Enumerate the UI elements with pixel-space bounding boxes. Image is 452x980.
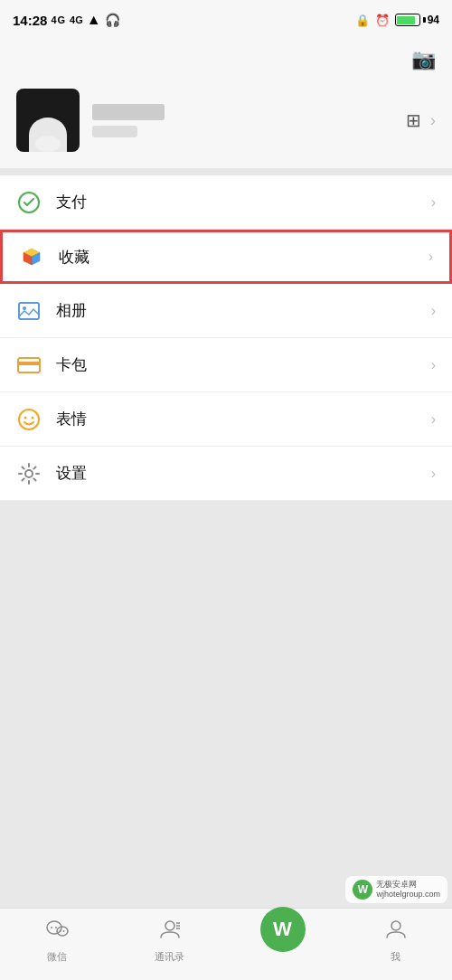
battery-percent: 94 [428,14,439,26]
profile-chevron: › [430,111,436,130]
album-icon [16,298,42,324]
lock-icon: 🔒 [355,14,370,27]
wechat-nav-label: 微信 [47,950,67,964]
bottom-nav: 微信 通讯录 W 我 [0,908,452,980]
emoji-label: 表情 [56,409,87,429]
menu-item-emoji-left: 表情 [16,407,87,432]
menu-item-album-left: 相册 [16,298,87,324]
status-bar: 14:28 4G 4G ▲ 🎧 🔒 ⏰ 94 [0,0,452,40]
menu-list: 支付 › 收藏 › [0,175,452,501]
bluetooth-icon: 🎧 [105,13,120,27]
profile-section[interactable]: ⊞ › [0,80,452,168]
svg-point-16 [59,930,61,932]
watermark-line1: 无极安卓网 [376,880,440,890]
section-divider [0,168,452,175]
svg-point-14 [51,927,52,928]
card-chevron: › [431,357,436,373]
me-nav-label: 我 [391,950,400,964]
menu-item-settings[interactable]: 设置 › [0,447,452,501]
menu-item-collect-left: 收藏 [19,244,89,269]
emoji-icon [16,407,42,432]
svg-point-11 [25,470,33,477]
me-nav-icon [384,918,408,947]
time-display: 14:28 [13,13,47,28]
menu-item-card-left: 卡包 [16,353,87,378]
nav-item-discover[interactable]: W [226,918,339,972]
watermark-logo: W [353,880,372,900]
nav-item-contacts[interactable]: 通讯录 [113,918,226,971]
menu-item-emoji[interactable]: 表情 › [0,392,452,447]
card-label: 卡包 [56,354,87,375]
menu-item-collect[interactable]: 收藏 › [0,230,452,284]
svg-rect-7 [18,362,40,365]
album-chevron: › [431,303,436,319]
watermark-text: 无极安卓网 wjhotelgroup.com [376,880,440,900]
svg-point-10 [32,416,34,419]
svg-point-8 [19,410,39,429]
nav-item-me[interactable]: 我 [339,918,452,971]
collect-chevron: › [428,249,433,265]
settings-chevron: › [431,466,436,482]
qrcode-icon[interactable]: ⊞ [406,109,421,131]
battery-indicator: 94 [395,14,439,26]
signal-icon2: 4G [70,14,83,25]
status-right: 🔒 ⏰ 94 [355,14,439,27]
collect-label: 收藏 [59,247,89,268]
contacts-nav-label: 通讯录 [155,950,184,964]
svg-point-17 [62,930,64,932]
payment-chevron: › [431,194,436,211]
payment-icon [16,190,42,215]
menu-item-album[interactable]: 相册 › [0,284,452,338]
emoji-chevron: › [431,411,436,428]
status-left: 14:28 4G 4G ▲ 🎧 [13,12,120,28]
svg-point-5 [23,306,26,310]
nav-item-wechat[interactable]: 微信 [0,918,113,971]
svg-point-18 [165,921,174,930]
contacts-nav-icon [158,918,182,947]
profile-info [92,104,165,137]
menu-item-payment[interactable]: 支付 › [0,175,452,230]
alarm-icon: ⏰ [375,14,390,27]
profile-right[interactable]: ⊞ › [406,109,436,131]
watermark-line2: wjhotelgroup.com [376,890,440,900]
camera-bar: 📷 [0,40,452,80]
avatar [16,89,80,152]
camera-icon[interactable]: 📷 [411,48,436,71]
collect-icon [19,244,44,269]
menu-item-settings-left: 设置 [16,461,87,486]
svg-point-9 [24,416,27,419]
watermark: W 无极安卓网 wjhotelgroup.com [345,876,447,903]
profile-name [92,104,165,120]
settings-icon [16,461,42,486]
gray-content-area [0,501,452,908]
svg-point-15 [55,927,57,928]
profile-left [16,89,165,152]
profile-id [92,126,137,137]
album-label: 相册 [56,300,87,321]
svg-point-22 [391,921,400,930]
svg-point-13 [57,927,68,936]
payment-label: 支付 [56,192,87,212]
wechat-nav-icon [45,918,69,947]
signal-icon: 4G [51,14,66,25]
card-icon [16,353,42,378]
settings-label: 设置 [56,463,87,484]
menu-item-card[interactable]: 卡包 › [0,338,452,392]
menu-item-payment-left: 支付 [16,190,87,215]
wifi-icon: ▲ [87,12,101,28]
